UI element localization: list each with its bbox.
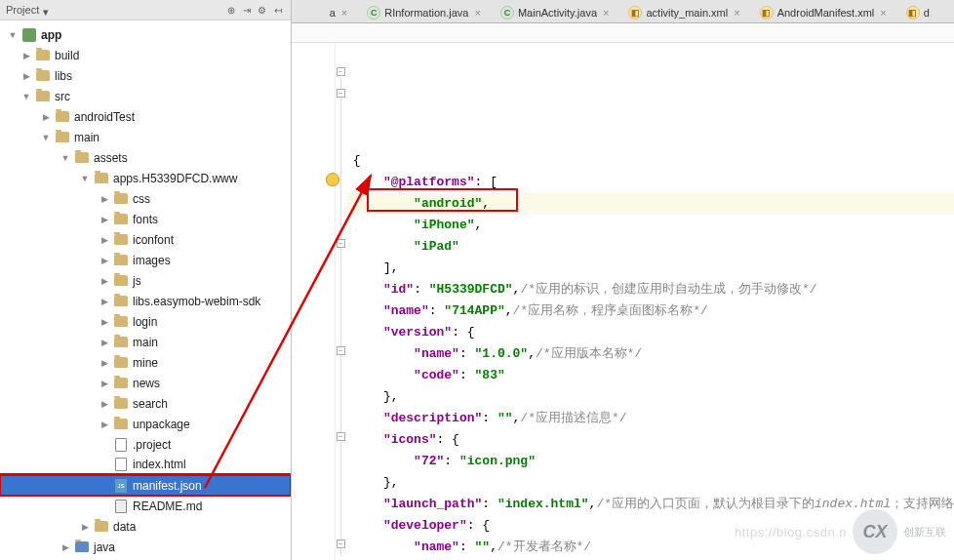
fold-toggle[interactable]: − [337,540,345,548]
tree-node-unpackage[interactable]: ▶unpackage [0,414,291,434]
fold-toggle[interactable]: − [337,432,345,441]
tree-node-images[interactable]: ▶images [0,250,291,270]
chevron-right-icon[interactable]: ▶ [98,315,111,329]
chevron-right-icon[interactable]: ▶ [39,110,53,124]
folder-icon [113,294,129,309]
tree-label: login [133,315,157,329]
tree-node-androidtest[interactable]: ▶androidTest [0,106,291,127]
tree-node-main[interactable]: ▼main [0,127,291,147]
java-icon: C [367,6,380,20]
tab-androidmanifest[interactable]: ◧AndroidManifest.xml× [751,1,897,22]
tree-node-fonts[interactable]: ▶fonts [0,209,291,229]
chevron-right-icon[interactable]: ▶ [98,336,111,349]
folder-icon [113,191,129,207]
folder-icon [35,89,51,104]
close-icon[interactable]: × [878,7,888,19]
tree-label: js [133,274,141,288]
tree-node-index-html[interactable]: index.html [0,455,291,475]
chevron-right-icon[interactable]: ▶ [98,254,111,267]
code-content[interactable]: { "@platforms": [ "android", "iPhone", "… [347,43,954,560]
fold-toggle[interactable]: − [337,346,345,355]
folder-icon [94,171,109,186]
chevron-down-icon[interactable]: ▼ [6,28,20,42]
project-panel-title[interactable]: Project [6,4,39,16]
settings-icon[interactable]: ⇥ [240,3,254,17]
tree-node-manifest-json[interactable]: JSmanifest.json [0,475,291,496]
chevron-right-icon[interactable]: ▶ [98,397,111,411]
tree-label: mine [133,356,158,370]
chevron-down-icon[interactable]: ▼ [39,131,53,144]
fold-toggle[interactable]: − [337,239,345,248]
close-icon[interactable]: × [339,7,349,19]
tree-node-main2[interactable]: ▶main [0,332,291,352]
chevron-right-icon[interactable]: ▶ [98,213,111,226]
project-dropdown-icon[interactable]: ▾ [43,6,51,14]
tree-node-build[interactable]: ▶build [0,45,291,65]
chevron-right-icon[interactable]: ▶ [98,192,111,206]
tab-a[interactable]: a× [321,1,359,22]
gear-icon[interactable]: ⚙ [256,3,269,17]
tab-label: activity_main.xml [646,7,728,19]
tree-node-assets[interactable]: ▼assets [0,147,291,168]
chevron-right-icon[interactable]: ▶ [20,69,33,83]
tab-rinformation[interactable]: CRInformation.java× [358,1,492,22]
chevron-right-icon[interactable]: ▶ [98,274,111,288]
chevron-right-icon[interactable]: ▶ [98,418,111,431]
tree-label: search [133,397,168,411]
folder-icon [113,417,129,432]
chevron-right-icon[interactable]: ▶ [98,295,111,308]
tree-node-news[interactable]: ▶news [0,373,291,393]
tree-node-login[interactable]: ▶login [0,311,291,332]
tree-node-src[interactable]: ▼src [0,86,291,106]
folder-icon [94,519,109,535]
close-icon[interactable]: × [601,7,611,19]
folder-icon [113,335,129,350]
tree-node-js[interactable]: ▶js [0,270,291,291]
bulb-icon[interactable] [326,173,339,186]
tree-node-mine[interactable]: ▶mine [0,352,291,373]
chevron-right-icon[interactable]: ▶ [59,540,72,554]
xml-icon: ◧ [906,6,920,20]
tree-node-libs2[interactable]: ▶libs.easymob-webim-sdk [0,291,291,311]
tree-node-data[interactable]: ▶data [0,516,291,537]
close-icon[interactable]: × [472,7,482,19]
tab-mainactivity[interactable]: CMainActivity.java× [492,1,620,22]
tree-node-readme[interactable]: README.md [0,496,291,516]
tree-node-search[interactable]: ▶search [0,393,291,414]
chevron-right-icon[interactable]: ▶ [98,356,111,370]
hide-icon[interactable]: ↤ [271,3,285,17]
fold-toggle[interactable]: − [337,67,345,76]
chevron-right-icon[interactable]: ▶ [20,49,33,62]
tree-label: unpackage [133,418,190,431]
tree-label: index.html [133,458,186,471]
chevron-down-icon[interactable]: ▼ [20,90,33,103]
fold-toggle[interactable]: − [337,89,345,98]
module-icon [21,27,37,43]
tree-node-iconfont[interactable]: ▶iconfont [0,229,291,250]
tree-node-app[interactable]: ▼app [0,24,291,45]
tree-label: app [41,28,61,42]
tab-activity-main[interactable]: ◧activity_main.xml× [619,1,750,22]
tree-node-css[interactable]: ▶css [0,188,291,209]
tree-label: libs.easymob-webim-sdk [133,295,260,308]
chevron-down-icon[interactable]: ▼ [78,172,92,185]
tree-label: images [133,254,171,267]
collapse-icon[interactable]: ⊕ [224,3,238,17]
chevron-down-icon[interactable]: ▼ [59,151,72,165]
tab-d[interactable]: ◧d [897,1,938,22]
code-editor[interactable]: − − − − − − { "@platforms": [ "android",… [292,43,954,560]
tree-label: build [55,49,79,62]
chevron-right-icon[interactable]: ▶ [98,377,111,390]
tree-label: main [133,336,158,349]
folder-icon [113,396,129,412]
java-icon: C [500,6,514,20]
tab-label: RInformation.java [384,7,468,19]
chevron-right-icon[interactable]: ▶ [98,233,111,247]
chevron-right-icon[interactable]: ▶ [78,520,92,534]
tree-node-project-file[interactable]: .project [0,434,291,455]
tree-node-libs[interactable]: ▶libs [0,65,291,86]
tree-label: .project [133,438,171,452]
tree-node-java[interactable]: ▶java [0,537,291,557]
tree-node-apps[interactable]: ▼apps.H5339DFCD.www [0,168,291,188]
close-icon[interactable]: × [732,7,741,19]
